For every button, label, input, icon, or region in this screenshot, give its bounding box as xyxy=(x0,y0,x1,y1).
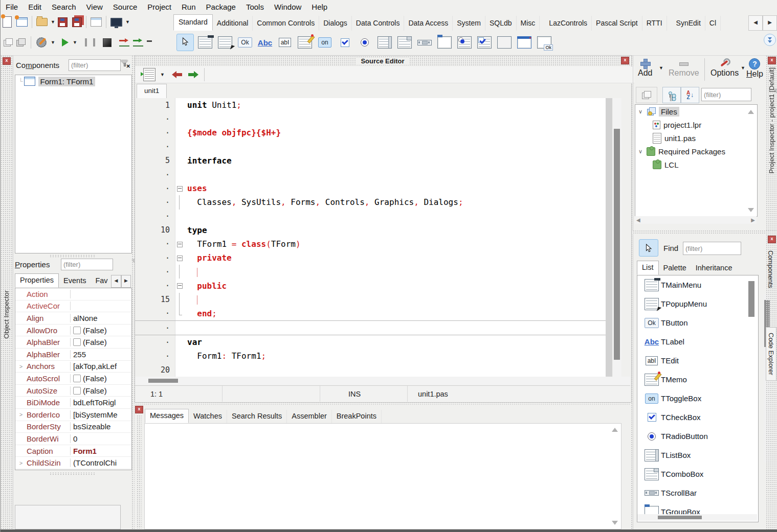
component-item-tmemo[interactable]: TMemo xyxy=(637,370,758,389)
options-button[interactable]: Options xyxy=(711,58,739,78)
menu-item-help[interactable]: Help xyxy=(306,2,332,12)
messages-splitter[interactable] xyxy=(135,402,630,405)
palette-icon-memo[interactable] xyxy=(296,34,314,51)
palette-tab-rtti[interactable]: RTTI xyxy=(642,16,667,31)
fold-collapse-icon[interactable] xyxy=(177,186,183,192)
palette-icon-check-group[interactable] xyxy=(476,34,493,51)
palette-tab-synedit[interactable]: SynEdit xyxy=(672,16,705,31)
property-value[interactable]: 0 xyxy=(71,434,131,443)
palette-tab-sqldb[interactable]: SQLdb xyxy=(485,16,517,31)
checkbox-unchecked-icon[interactable] xyxy=(73,327,81,334)
stop-icon[interactable] xyxy=(103,38,112,47)
property-row-alphabler[interactable]: AlphaBler255 xyxy=(15,349,131,361)
palette-icon-cursor[interactable] xyxy=(176,34,194,51)
jump-dropdown-icon[interactable]: ▼ xyxy=(160,72,165,77)
help-button[interactable]: ? Help xyxy=(746,58,763,79)
palette-icon-panel[interactable] xyxy=(496,34,513,51)
property-row-autoscrol[interactable]: AutoScrol(False) xyxy=(15,373,131,385)
component-item-tlistbox[interactable]: TListBox xyxy=(637,446,758,465)
property-value[interactable]: [biSystemMe xyxy=(71,410,131,419)
run-icon[interactable] xyxy=(62,38,69,47)
menu-item-window[interactable]: Window xyxy=(269,2,306,12)
tree-item-label[interactable]: unit1.pas xyxy=(664,134,696,143)
palette-icon-scroll-bar[interactable] xyxy=(416,34,433,51)
property-value[interactable]: (False) xyxy=(71,326,131,335)
new-form-icon[interactable] xyxy=(16,17,28,27)
palette-icon-button-panel[interactable] xyxy=(536,34,553,51)
tab-list[interactable]: List xyxy=(637,261,659,275)
palette-expand-button[interactable] xyxy=(764,34,776,46)
palette-icon-frame[interactable] xyxy=(516,34,533,51)
property-row-borderwi[interactable]: BorderWi0 xyxy=(15,433,131,445)
editor-horizontal-scrollbar[interactable] xyxy=(135,377,630,385)
property-row-activecor[interactable]: ActiveCor xyxy=(15,300,131,313)
messages-tab-search-results[interactable]: Search Results xyxy=(227,410,287,423)
fold-gutter[interactable] xyxy=(175,181,184,195)
view-forms-icon[interactable] xyxy=(16,38,26,47)
property-expander[interactable]: > xyxy=(15,460,27,466)
step-out-icon[interactable] xyxy=(147,39,152,46)
property-value[interactable]: alNone xyxy=(71,314,131,322)
project-tree-item-project1-lpr[interactable]: project1.lpr xyxy=(635,118,757,131)
property-value[interactable]: bsSizeable xyxy=(71,422,131,431)
palette-scroll-right-button[interactable]: ▶ xyxy=(763,15,777,31)
messages-content[interactable] xyxy=(144,423,621,529)
add-button[interactable]: Add xyxy=(638,58,652,78)
scrollbar-thumb[interactable] xyxy=(658,516,702,519)
tree-item-label[interactable]: LCL xyxy=(664,160,679,169)
add-dropdown-icon[interactable]: ▼ xyxy=(659,65,663,71)
property-row-borderico[interactable]: >BorderIco[biSystemMe xyxy=(15,409,131,421)
palette-icon-edit[interactable]: abI xyxy=(276,34,294,51)
component-tree-item[interactable]: └ Form1: TForm1 xyxy=(15,75,131,87)
project-tree-item-files[interactable]: ∨Files xyxy=(635,105,757,118)
open-file-icon[interactable] xyxy=(36,18,48,26)
component-item-tbutton[interactable]: OkTButton xyxy=(637,313,758,332)
component-item-tpopupmenu[interactable]: TPopupMenu xyxy=(637,294,758,313)
palette-tab-cl[interactable]: Cl xyxy=(705,16,721,31)
window-switch-icon[interactable] xyxy=(91,17,102,27)
component-item-tedit[interactable]: abITEdit xyxy=(637,351,758,370)
menu-item-search[interactable]: Search xyxy=(47,2,81,12)
build-dropdown-icon[interactable]: ▼ xyxy=(51,40,55,45)
palette-tab-system[interactable]: System xyxy=(453,16,485,31)
property-expander[interactable]: > xyxy=(15,363,27,369)
source-editor-close-icon[interactable]: x xyxy=(621,57,629,64)
save-icon[interactable] xyxy=(58,17,68,27)
project-files-treeview[interactable]: ∨Filesproject1.lprunit1.pas∨Required Pac… xyxy=(635,104,758,217)
components-treeview[interactable]: └ Form1: TForm1 xyxy=(15,75,132,253)
palette-icon-button[interactable]: Ok xyxy=(236,34,254,51)
palette-scroll-left-button[interactable]: ◀ xyxy=(748,15,763,31)
select-cursor-button[interactable] xyxy=(639,239,658,257)
menu-item-package[interactable]: Package xyxy=(201,2,241,12)
build-mode-dropdown-icon[interactable]: ▼ xyxy=(125,19,130,25)
property-value[interactable]: (False) xyxy=(71,386,131,395)
form1-tree-label[interactable]: Form1: TForm1 xyxy=(38,77,96,86)
property-row-bidimode[interactable]: BiDiModebdLeftToRigl xyxy=(15,397,131,409)
step-over-icon[interactable] xyxy=(119,38,129,47)
components-filter-clear-icon[interactable]: ✕ xyxy=(120,60,129,68)
source-editor-titlebar[interactable]: Source Editor x xyxy=(135,56,630,66)
remove-button[interactable]: Remove xyxy=(669,58,699,78)
save-all-icon[interactable] xyxy=(72,17,82,27)
scrollbar-thumb[interactable] xyxy=(614,129,620,360)
tabs-scroll-left-button[interactable]: ◀ xyxy=(111,275,121,288)
palette-tab-lazcontrols[interactable]: LazControls xyxy=(545,16,592,31)
component-item-tlabel[interactable]: AbcTLabel xyxy=(637,332,758,351)
fold-collapse-icon[interactable] xyxy=(177,242,183,247)
forward-icon[interactable] xyxy=(187,71,198,78)
property-value[interactable]: bdLeftToRigl xyxy=(71,398,131,407)
property-value[interactable]: (False) xyxy=(71,338,131,346)
palette-icon-toggle-box[interactable]: on xyxy=(316,34,334,51)
palette-icon-label[interactable]: Abc xyxy=(256,34,274,51)
property-row-anchors[interactable]: >Anchors[akTop,akLef xyxy=(15,361,131,373)
project-inspector-close-icon[interactable]: x xyxy=(768,57,776,64)
messages-tab-watches[interactable]: Watches xyxy=(189,410,227,423)
palette-tab-additional[interactable]: Additional xyxy=(213,16,253,31)
property-row-align[interactable]: AlignalNone xyxy=(15,312,131,325)
fold-collapse-icon[interactable] xyxy=(177,256,183,261)
view-units-icon[interactable] xyxy=(4,38,13,47)
run-dropdown-icon[interactable]: ▼ xyxy=(73,40,77,45)
tree-expander-icon[interactable]: ∨ xyxy=(638,148,647,155)
fold-gutter[interactable] xyxy=(175,251,184,265)
open-dropdown-icon[interactable]: ▼ xyxy=(51,19,55,25)
